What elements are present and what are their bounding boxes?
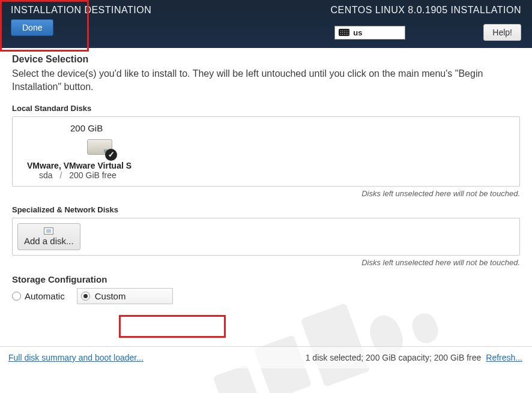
custom-label: Custom — [95, 291, 126, 301]
storage-config-title: Storage Configuration — [12, 274, 520, 284]
main-content: Device Selection Select the device(s) yo… — [0, 48, 532, 368]
footer-right: 1 disk selected; 200 GiB capacity; 200 G… — [306, 353, 522, 362]
page-title: INSTALLATION DESTINATION — [11, 5, 151, 16]
header-row-two: us Help! — [334, 24, 521, 41]
disk-size: 200 GiB — [70, 123, 103, 133]
device-selection-title: Device Selection — [12, 54, 520, 65]
footer-status: 1 disk selected; 200 GiB capacity; 200 G… — [306, 353, 482, 362]
disk-summary-link[interactable]: Full disk summary and boot loader... — [8, 353, 144, 362]
svg-rect-0 — [213, 364, 259, 393]
disk-device: sda — [39, 170, 53, 180]
storage-config-row: Automatic Custom — [12, 288, 520, 304]
radio-icon-checked — [81, 292, 90, 301]
disk-free: 200 GiB free — [69, 170, 116, 180]
help-button[interactable]: Help! — [483, 24, 521, 41]
device-selection-description: Select the device(s) you'd like to insta… — [12, 67, 520, 94]
local-disks-container: 200 GiB VMware, VMware Virtual S sda / 2… — [12, 116, 520, 187]
disk-icon-wrap — [87, 139, 113, 157]
network-disks-container: Add a disk... — [12, 218, 520, 256]
disk-name: VMware, VMware Virtual S — [27, 161, 131, 170]
local-disks-label: Local Standard Disks — [12, 104, 520, 113]
network-unselected-note: Disks left unselected here will not be t… — [12, 258, 520, 267]
svg-rect-2 — [300, 303, 370, 387]
header-left: INSTALLATION DESTINATION Done — [11, 5, 151, 48]
disk-item[interactable]: 200 GiB VMware, VMware Virtual S sda / 2… — [21, 123, 159, 180]
annotation-highlight-custom — [119, 315, 226, 338]
footer-bar: Full disk summary and boot loader... 1 d… — [0, 346, 532, 368]
keyboard-layout-indicator[interactable]: us — [334, 26, 405, 40]
disk-subinfo: sda / 200 GiB free — [39, 170, 116, 180]
add-disk-icon — [44, 227, 53, 235]
radio-icon — [12, 292, 21, 301]
done-button[interactable]: Done — [11, 19, 53, 36]
header-bar: INSTALLATION DESTINATION Done CENTOS LIN… — [0, 0, 532, 48]
svg-rect-4 — [409, 310, 442, 347]
refresh-link[interactable]: Refresh... — [486, 353, 522, 362]
keyboard-layout-label: us — [353, 28, 362, 37]
separator: / — [59, 170, 62, 180]
header-right: CENTOS LINUX 8.0.1905 INSTALLATION us He… — [330, 5, 521, 48]
network-disks-label: Specialized & Network Disks — [12, 205, 520, 214]
add-disk-button[interactable]: Add a disk... — [17, 223, 80, 250]
add-disk-label: Add a disk... — [24, 236, 74, 246]
keyboard-icon — [339, 29, 349, 36]
local-unselected-note: Disks left unselected here will not be t… — [12, 189, 520, 198]
automatic-label: Automatic — [25, 291, 65, 301]
installer-subtitle: CENTOS LINUX 8.0.1905 INSTALLATION — [330, 5, 521, 16]
check-icon — [105, 149, 117, 161]
custom-radio[interactable]: Custom — [77, 288, 173, 304]
automatic-radio[interactable]: Automatic — [12, 291, 65, 301]
